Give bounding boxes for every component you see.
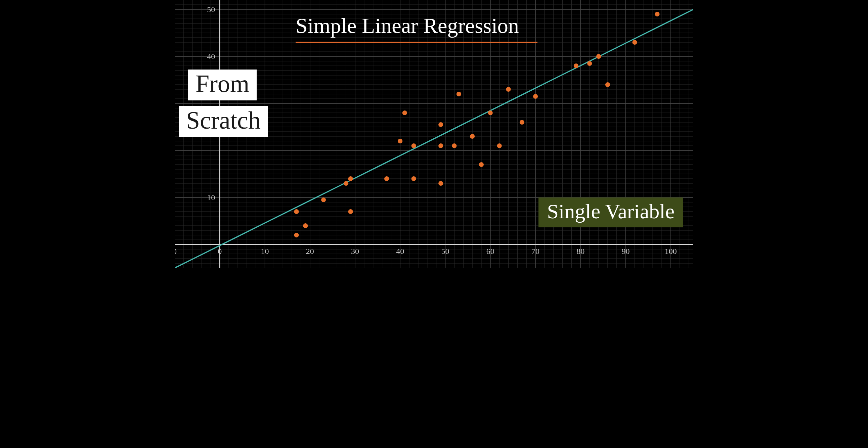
data-point: [411, 176, 416, 181]
y-tick-label: 50: [207, 5, 215, 14]
data-point: [655, 12, 660, 17]
data-point: [470, 134, 475, 139]
data-point: [294, 209, 299, 214]
x-tick-label: 30: [351, 247, 359, 256]
data-point: [533, 94, 538, 99]
data-point: [497, 143, 502, 148]
annotation-from: From: [188, 69, 257, 100]
data-point: [632, 40, 637, 45]
data-point: [294, 233, 299, 237]
chart-title: Simple Linear Regression: [296, 13, 519, 38]
data-point: [452, 143, 457, 148]
x-tick-label: 80: [577, 247, 585, 256]
data-point: [479, 162, 484, 167]
data-point: [303, 223, 308, 228]
x-tick-label: 70: [531, 247, 539, 256]
x-tick-label: 50: [441, 247, 450, 256]
data-point: [402, 110, 407, 115]
data-point: [438, 122, 443, 127]
data-point: [344, 181, 348, 186]
y-tick-label: 40: [207, 52, 215, 61]
y-tick-label: 10: [207, 193, 215, 202]
data-point: [398, 139, 402, 143]
data-point: [411, 143, 416, 148]
data-point: [348, 176, 353, 181]
x-tick-label: 0: [175, 247, 177, 256]
data-point: [605, 82, 610, 87]
x-tick-label: 10: [261, 247, 269, 256]
x-tick-label: 40: [396, 247, 404, 256]
data-point: [520, 120, 524, 125]
x-tick-label: 60: [487, 247, 494, 256]
data-point: [574, 63, 579, 68]
chart-stage: 00102030405060708090100 104050 Simple Li…: [175, 0, 693, 268]
data-point: [457, 92, 461, 96]
data-point: [587, 61, 592, 66]
x-tick-label: 20: [306, 247, 314, 256]
title-underline: [296, 42, 537, 43]
data-point: [321, 197, 326, 202]
badge-single-variable: Single Variable: [538, 197, 683, 227]
x-tick-label: 0: [218, 247, 222, 256]
data-point: [596, 54, 601, 59]
annotation-scratch: Scratch: [179, 106, 268, 137]
data-point: [438, 143, 443, 148]
x-tick-label: 90: [622, 247, 630, 256]
data-point: [488, 110, 493, 115]
data-point: [384, 176, 389, 181]
data-point: [348, 209, 353, 214]
regression-line: [175, 9, 693, 268]
data-point: [506, 87, 511, 92]
data-point: [438, 181, 443, 186]
x-tick-label: 100: [665, 247, 677, 256]
